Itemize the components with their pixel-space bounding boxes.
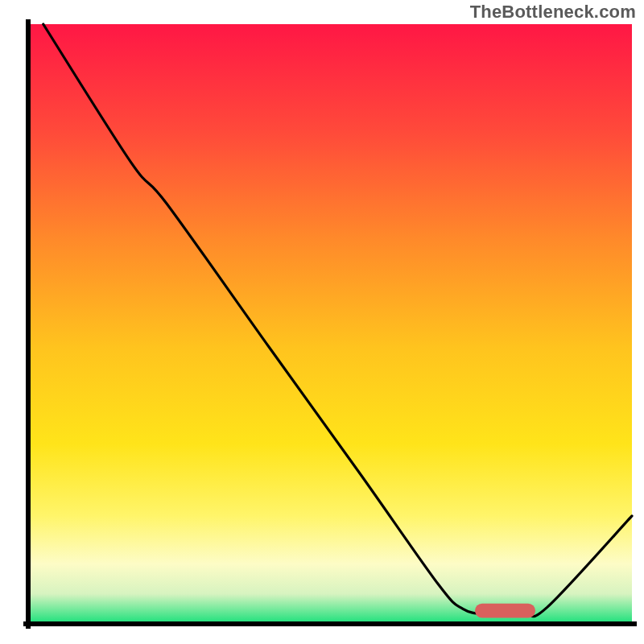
chart-container: TheBottleneck.com bbox=[0, 0, 644, 644]
optimum-marker bbox=[475, 604, 535, 618]
bottleneck-chart bbox=[0, 0, 644, 644]
plot-background bbox=[28, 24, 632, 624]
watermark-text: TheBottleneck.com bbox=[470, 2, 636, 23]
